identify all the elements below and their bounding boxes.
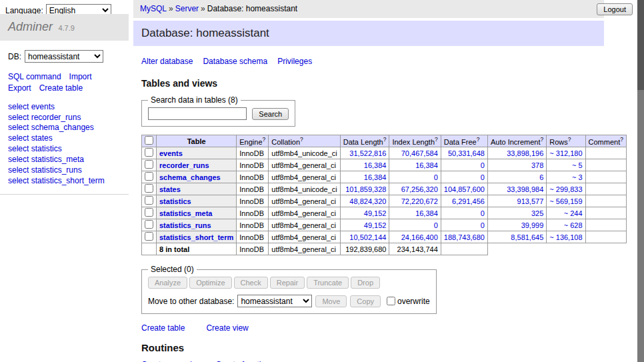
database-action-link[interactable]: Privileges	[277, 57, 312, 66]
rows-count-link[interactable]: ~ 5	[572, 161, 583, 169]
sidebar-select-table-link[interactable]: select statistics	[8, 144, 121, 155]
data-free-link[interactable]: 188,743,680	[444, 233, 485, 241]
table-name-link[interactable]: statistics_runs	[159, 221, 211, 229]
rows-count-link[interactable]: ~ 569,159	[549, 197, 582, 205]
data-length-link[interactable]: 10,502,144	[349, 233, 386, 241]
sidebar-select-table-link[interactable]: select schema_changes	[8, 123, 121, 133]
sidebar-select-table-link[interactable]: select statistics_short_term	[8, 176, 121, 187]
index-length-link[interactable]: 70,467,584	[401, 149, 438, 157]
data-free-link[interactable]: 0	[481, 173, 485, 181]
table-name-link[interactable]: states	[159, 185, 181, 193]
index-length-link[interactable]: 16,384	[415, 161, 438, 169]
index-length-link[interactable]: 0	[434, 221, 438, 229]
row-checkbox[interactable]	[145, 184, 153, 193]
bulk-action-button[interactable]: Repair	[270, 277, 305, 289]
auto-increment-link[interactable]: 378	[531, 161, 543, 169]
sidebar-create-table-link[interactable]: Create table	[39, 83, 83, 93]
breadcrumb-link-server[interactable]: Server	[175, 4, 199, 13]
row-checkbox[interactable]	[145, 208, 153, 217]
table-name-link[interactable]: schema_changes	[159, 173, 221, 181]
rows-count-link[interactable]: ~ 299,833	[549, 185, 582, 193]
index-length-link[interactable]: 24,166,400	[401, 233, 438, 241]
data-length-link[interactable]: 101,859,328	[345, 185, 386, 193]
auto-increment-link[interactable]: 6	[539, 173, 543, 181]
table-name-link[interactable]: statistics_meta	[159, 209, 213, 217]
table-name-link[interactable]: events	[159, 149, 183, 157]
row-checkbox[interactable]	[145, 196, 153, 205]
rows-count-link[interactable]: ~ 136,108	[549, 233, 582, 241]
data-length-link[interactable]: 16,384	[364, 173, 387, 181]
data-free-link[interactable]: 0	[481, 209, 485, 217]
bulk-action-button[interactable]: Analyze	[148, 277, 187, 289]
data-free-link[interactable]: 6,291,456	[452, 197, 485, 205]
data-free-link[interactable]: 0	[481, 221, 485, 229]
create-link[interactable]: Create view	[206, 323, 248, 333]
scrollbar-thumb[interactable]	[637, 0, 644, 90]
rows-count-link[interactable]: ~ 3	[572, 173, 583, 181]
select-all-checkbox[interactable]	[145, 136, 153, 145]
bulk-action-button[interactable]: Drop	[351, 277, 380, 289]
column-hint-link[interactable]: ?	[477, 136, 480, 143]
row-checkbox[interactable]	[145, 160, 153, 169]
sidebar-export-link[interactable]: Export	[8, 83, 31, 93]
bulk-action-button[interactable]: Truncate	[307, 277, 349, 289]
data-length-link[interactable]: 16,384	[364, 161, 387, 169]
sidebar-select-table-link[interactable]: select states	[8, 133, 121, 144]
column-hint-link[interactable]: ?	[541, 136, 544, 143]
rows-count-link[interactable]: ~ 312,180	[549, 149, 582, 157]
index-length-link[interactable]: 0	[434, 173, 438, 181]
copy-button[interactable]: Copy	[350, 295, 381, 307]
auto-increment-link[interactable]: 913,577	[517, 197, 544, 205]
row-checkbox[interactable]	[145, 220, 153, 229]
db-select[interactable]: homeassistant	[25, 50, 103, 63]
create-link[interactable]: Create table	[141, 323, 185, 333]
rows-count-link[interactable]: ~ 628	[564, 221, 583, 229]
data-length-link[interactable]: 48,824,320	[349, 197, 386, 205]
sidebar-sql-command-link[interactable]: SQL command	[8, 72, 61, 81]
index-length-link[interactable]: 67,256,320	[401, 185, 438, 193]
data-length-link[interactable]: 49,152	[364, 221, 387, 229]
index-length-link[interactable]: 16,384	[415, 209, 438, 217]
sidebar-select-table-link[interactable]: select events	[8, 102, 121, 113]
column-hint-link[interactable]: ?	[383, 136, 387, 143]
row-checkbox[interactable]	[145, 148, 153, 157]
column-hint-link[interactable]: ?	[263, 136, 266, 143]
sidebar-select-table-link[interactable]: select statistics_runs	[8, 165, 121, 176]
row-checkbox[interactable]	[145, 172, 153, 181]
auto-increment-link[interactable]: 33,398,984	[507, 185, 543, 193]
sidebar-select-table-link[interactable]: select recorder_runs	[8, 113, 121, 123]
column-hint-link[interactable]: ?	[435, 136, 438, 143]
auto-increment-link[interactable]: 325	[531, 209, 543, 217]
auto-increment-link[interactable]: 8,581,645	[511, 233, 543, 241]
move-database-select[interactable]: homeassistant	[237, 295, 312, 307]
data-free-link[interactable]: 0	[481, 161, 485, 169]
column-hint-link[interactable]: ?	[568, 136, 571, 143]
index-length-link[interactable]: 72,220,672	[401, 197, 438, 205]
sidebar-import-link[interactable]: Import	[69, 72, 92, 81]
breadcrumb-link-mysql[interactable]: MySQL	[140, 4, 167, 13]
column-hint-link[interactable]: ?	[620, 136, 623, 143]
data-free-link[interactable]: 50,331,648	[448, 149, 485, 157]
data-length-link[interactable]: 31,522,816	[349, 149, 386, 157]
bulk-action-button[interactable]: Check	[234, 277, 268, 289]
rows-count-link[interactable]: ~ 244	[564, 209, 583, 217]
table-name-link[interactable]: statistics	[159, 197, 191, 205]
auto-increment-link[interactable]: 39,999	[521, 221, 544, 229]
search-input[interactable]	[148, 107, 247, 120]
data-length-link[interactable]: 49,152	[364, 209, 387, 217]
database-action-link[interactable]: Alter database	[141, 57, 193, 66]
sidebar-select-table-link[interactable]: select statistics_meta	[8, 155, 121, 165]
search-button[interactable]: Search	[252, 108, 289, 120]
overwrite-checkbox[interactable]	[387, 297, 395, 305]
move-button[interactable]: Move	[315, 295, 347, 307]
scrollbar[interactable]	[637, 0, 644, 362]
data-free-link[interactable]: 104,857,600	[444, 185, 485, 193]
database-action-link[interactable]: Database schema	[203, 57, 267, 66]
row-checkbox[interactable]	[145, 232, 153, 241]
logout-button[interactable]: Logout	[597, 3, 633, 15]
column-hint-link[interactable]: ?	[300, 136, 303, 143]
bulk-action-button[interactable]: Optimize	[189, 277, 231, 289]
table-name-link[interactable]: recorder_runs	[159, 161, 209, 169]
table-name-link[interactable]: statistics_short_term	[159, 233, 233, 241]
auto-increment-link[interactable]: 33,898,196	[507, 149, 543, 157]
